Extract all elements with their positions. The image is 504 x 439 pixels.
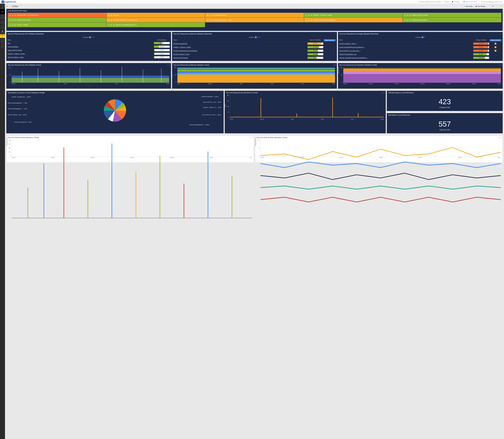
pie-chart[interactable]: F5 Big-IP Virtual Editi…: 12.22% Cisco C… (8, 95, 222, 126)
expand-icon[interactable]: ⤢ (167, 64, 168, 66)
toolbtn-1[interactable]: ⋯ (487, 5, 491, 8)
alert-cell[interactable]: ✔☁🖥Ubuntu2 (cloudwatch) (8, 18, 106, 22)
write-ops-chart[interactable]: WriteOperations 1050 May 26May 27May 28M… (257, 139, 501, 159)
fullscreen-icon: ⛶ (496, 6, 498, 7)
expand-icon[interactable]: ⤢ (221, 92, 222, 94)
chevron-down-icon[interactable]: ▾ (169, 64, 170, 66)
page-button[interactable]: 1 (422, 37, 423, 38)
resource-link[interactable]: CentOS1 - Collector + Docker (173, 47, 307, 48)
mapping-icon (1, 25, 3, 27)
page-button[interactable]: 2 (257, 37, 258, 38)
chevron-down-icon[interactable]: ▾ (335, 64, 336, 66)
alert-cell[interactable]: ▲☁🖥linux (106, 13, 205, 17)
training-icon: 🎓 (452, 1, 454, 3)
resource-link[interactable]: Sophos UTM 9.5 firewall (8, 49, 154, 51)
expand-icon[interactable]: ⤢ (498, 137, 499, 138)
chart-expand-toggle[interactable]: ⌄ (339, 85, 501, 87)
alert-cell[interactable]: ▲☁🖥Synology NAS - SD-SYNOLOGY1 (8, 13, 106, 17)
page-button[interactable]: 2 (423, 37, 425, 38)
logo-text: LogicMonitor (5, 1, 16, 3)
resource-link[interactable]: CentOS1 - Collector + Docker (8, 53, 154, 55)
dashboards-icon[interactable]: ⊕ (6, 5, 8, 8)
sidebar-item-settings[interactable]: Settings (0, 43, 5, 48)
expand-icon[interactable]: ⤢ (500, 114, 501, 116)
alert-cell[interactable]: ▲☁🖥US-W1:computeengine:sd-gcp-col… (304, 18, 403, 22)
chart-expand-toggle[interactable]: ⌄ (8, 85, 170, 87)
alert-cell[interactable]: ✔☁🖥CentOS1 - Collector + Docker (304, 13, 403, 17)
user-menu[interactable]: zachary.perl@logicmonitor.com▾ (481, 1, 503, 3)
resource-link[interactable]: F5 Big-IP Virtual Edition - /usr (339, 54, 473, 55)
device-icon: 🖥 (409, 19, 411, 21)
resource-link[interactable]: Ubuntu5 - ActiveMQ/ Apache/ Tomcat/ MySQ… (339, 57, 473, 59)
alert-cell[interactable]: ✔☁🖥Ubuntu1 - MySQL (8, 23, 106, 27)
resource-link[interactable]: linux (8, 42, 154, 44)
training-link[interactable]: 🎓Training (452, 1, 459, 3)
chevron-down-icon[interactable]: ▾ (501, 64, 501, 66)
page-button[interactable]: 3 (258, 37, 260, 38)
time-range-button[interactable]: ▦Time Range (474, 5, 486, 8)
chart-expand-toggle[interactable]: ⌄ (226, 121, 385, 123)
page-button[interactable]: 2 (91, 37, 93, 38)
alert-count-warn[interactable]: 26 (0, 36, 5, 38)
expand-icon[interactable]: ⤢ (498, 64, 500, 66)
chart-expand-toggle[interactable]: ⌄ (173, 85, 336, 87)
expand-icon[interactable]: ⤢ (500, 92, 501, 94)
mem-trend-chart[interactable]: % 100500 16:00May 3108:0016:00Jun 108:00 (173, 67, 336, 85)
read-ops-chart[interactable]: ReadOperations 4003002001000 May 26May 2… (8, 139, 253, 159)
device-icon: 🖥 (212, 14, 213, 16)
alert-cell[interactable]: ▲☁🖥Cisco CUCM 11.5 - se-la3-cucm1 (106, 18, 205, 22)
chevron-down-icon[interactable]: ▾ (252, 137, 253, 138)
resource-link[interactable]: US-W1:computeengine:sd-gcp-collector1 (173, 50, 307, 51)
expand-icon[interactable]: ⤢ (500, 33, 501, 35)
chevron-down-icon[interactable]: ▾ (384, 92, 385, 94)
sidebar-item-alerts[interactable]: Alerts (0, 29, 5, 34)
resource-link[interactable]: se-la3-openstack1 (8, 46, 154, 48)
sidebar-item-dash[interactable]: Dash (0, 4, 5, 9)
alert-cell[interactable]: ✔☁🖥Ubuntu5 - ActiveMQ/ Apache/ To… (106, 23, 205, 27)
page-button[interactable]: 1 (89, 37, 91, 38)
timezone-display[interactable]: 🌐GMT-07:00 (PDT) (463, 1, 477, 3)
device-icon: 🖥 (14, 14, 16, 16)
sidebar-item-mapping[interactable]: Mapping (0, 24, 5, 29)
expand-icon[interactable]: ⤢ (249, 137, 251, 138)
resource-link[interactable]: Sophos UTM 9.5 firewall (173, 57, 307, 59)
expand-icon[interactable]: ⤢ (334, 33, 336, 35)
resource-link[interactable]: Cisco CUCM 11.5 - se-la3-cucm1 - / (339, 50, 473, 51)
alert-cell[interactable]: ✔☁🖥Sophos UTM 9.5 firewall (403, 13, 501, 17)
ops-notes-button[interactable]: ▸Ops Notes (463, 5, 474, 8)
fs-trend-chart[interactable]: percent used 100500 May 26May 27May 28Ma… (339, 67, 501, 85)
page-button[interactable]: 1 (255, 37, 257, 38)
resource-link[interactable]: SD-GCP-Collector1 - Nginx (8, 57, 154, 58)
svg-rect-15 (177, 68, 335, 69)
resource-link[interactable]: US-W1:vm:Ubuntu5-AZ (173, 43, 307, 44)
support-link[interactable]: ✕Support (443, 1, 450, 3)
expand-icon[interactable]: ⤢ (168, 33, 170, 35)
table-row: US-W1:computeengine:sd-gcp-collector1 - … (339, 46, 501, 49)
sidebar-item-websites[interactable]: Websites (0, 19, 5, 24)
sidebar-item-menu[interactable]: Menu (0, 9, 5, 14)
alert-count-error[interactable]: 5 (0, 34, 5, 36)
sidebar-item-resources[interactable]: Resources (0, 14, 5, 19)
resource-link[interactable]: SD-GCP-Collector1 - Nginx (173, 54, 307, 55)
toolbtn-4[interactable]: ▾ (500, 5, 503, 8)
sidebar-expand-button[interactable]: ▸ (5, 4, 6, 7)
page-button[interactable]: 3 (93, 37, 94, 38)
chevron-down-icon[interactable]: ▾ (501, 137, 501, 138)
alert-cell[interactable]: ✔☁🖥F5 Big-IP Virtual Edition (403, 18, 501, 22)
alert-cell[interactable]: ▲☁🖥se-la3-openstack1 (205, 13, 304, 17)
star-icon[interactable]: ☆ (9, 5, 11, 8)
remote-support-status[interactable]: ⓘRemote Support Access: Enabled (418, 1, 441, 3)
expand-icon[interactable]: ⤢ (333, 64, 334, 66)
toolbtn-2[interactable]: ⧉ (491, 5, 495, 8)
io-trend-chart[interactable]: IOPS 200150100500 16:00May 3108:0016:00J… (226, 95, 385, 121)
sidebar-item-reports[interactable]: Reports (0, 38, 5, 43)
expand-icon[interactable]: ⤢ (381, 92, 383, 94)
expand-icon[interactable]: ⤢ (500, 10, 501, 12)
alert-text: Ubuntu1 - MySQL (17, 24, 28, 26)
logo[interactable]: 〰 LogicMonitor (1, 0, 16, 3)
cpu-trend-chart[interactable]: % 100500 May 3112:00Jun 112:00 (8, 67, 170, 85)
toolbtn-3[interactable]: ⛶ (495, 5, 499, 8)
resource-link[interactable]: US-W1:computeengine:sd-gcp-collector1 - … (339, 47, 473, 48)
resource-link[interactable]: SD-GCP-Collector1 - Nginx - / (339, 43, 473, 44)
alert-cell[interactable]: ▲☁🖥SD-GCP-Collector1 - Nginx (205, 18, 304, 22)
